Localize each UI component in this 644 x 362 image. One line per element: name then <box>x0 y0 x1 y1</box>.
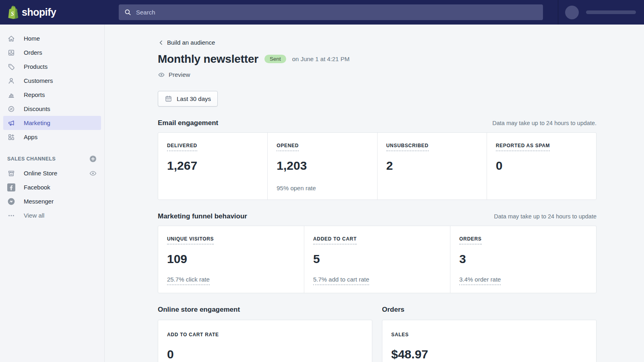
home-icon <box>7 35 15 43</box>
shopify-logo[interactable]: S shopify <box>6 0 56 25</box>
products-icon <box>7 63 15 71</box>
metric-label[interactable]: UNIQUE VISITORS <box>167 236 214 245</box>
metric-card-delivered: DELIVERED 1,267 <box>158 133 267 200</box>
metric-label[interactable]: REPORTED AS SPAM <box>496 143 550 151</box>
metric-label[interactable]: DELIVERED <box>167 143 197 151</box>
metric-label: ADD TO CART RATE <box>167 332 219 337</box>
ellipsis-icon <box>7 212 15 220</box>
metric-value: 1,203 <box>277 159 367 173</box>
sidebar-item-apps[interactable]: Apps <box>3 130 101 144</box>
sidebar-item-label: Marketing <box>24 119 50 126</box>
sidebar-item-label: View all <box>24 212 44 219</box>
marketing-icon <box>7 119 15 127</box>
metric-sub[interactable]: 3.4% order rate <box>459 276 501 285</box>
metric-label[interactable]: ADDED TO CART <box>313 236 357 245</box>
sidebar-item-label: Reports <box>24 91 45 98</box>
sidebar-item-products[interactable]: Products <box>3 60 101 74</box>
metric-label[interactable]: OPENED <box>277 143 299 151</box>
section-title: Online store engagement <box>158 306 372 314</box>
account-area <box>558 0 644 25</box>
date-range-button[interactable]: Last 30 days <box>158 91 218 107</box>
sidebar-item-online-store[interactable]: Online Store <box>3 166 101 180</box>
metric-card-opened: OPENED 1,203 95% open rate <box>267 133 377 200</box>
customers-icon <box>7 77 15 85</box>
orders-section: Orders SALES $48.97 <box>382 306 597 362</box>
section-title: Orders <box>382 306 597 314</box>
bottom-sections: Online store engagement ADD TO CART RATE… <box>158 306 597 362</box>
metric-value: 2 <box>386 159 477 173</box>
date-range-label: Last 30 days <box>177 95 211 102</box>
metric-card-sales: SALES $48.97 <box>382 320 597 362</box>
metric-card-added-to-cart: ADDED TO CART 5 5.7% add to cart rate <box>304 226 450 293</box>
search-icon <box>124 8 132 16</box>
sidebar-item-view-all[interactable]: View all <box>3 208 101 222</box>
breadcrumb[interactable]: Build an audience <box>158 39 215 46</box>
avatar[interactable] <box>565 6 579 19</box>
sidebar-item-label: Orders <box>24 49 42 56</box>
sidebar-item-facebook[interactable]: Facebook <box>3 180 101 194</box>
sidebar-item-orders[interactable]: Orders <box>3 45 101 60</box>
email-engagement-panel: DELIVERED 1,267 OPENED 1,203 95% open ra… <box>158 132 597 200</box>
shopify-wordmark: shopify <box>22 6 56 18</box>
main-content: Build an audience Monthly newsletter Sen… <box>105 25 644 362</box>
sidebar-item-label: Facebook <box>24 184 50 191</box>
preview-link[interactable]: Preview <box>158 71 190 78</box>
preview-label: Preview <box>169 71 190 78</box>
metric-value: 1,267 <box>167 159 258 173</box>
svg-text:S: S <box>11 11 14 17</box>
metric-card-unique-visitors: UNIQUE VISITORS 109 25.7% click rate <box>158 226 304 293</box>
breadcrumb-label: Build an audience <box>167 39 215 46</box>
sales-channels-header: SALES CHANNELS <box>7 155 97 163</box>
sidebar-item-discounts[interactable]: Discounts <box>3 102 101 116</box>
metric-card-add-to-cart-rate: ADD TO CART RATE 0 <box>158 320 372 362</box>
reports-icon <box>7 91 15 99</box>
metric-label: SALES <box>391 332 409 337</box>
sidebar-item-customers[interactable]: Customers <box>3 74 101 88</box>
metric-label[interactable]: ORDERS <box>459 236 482 245</box>
facebook-icon <box>7 183 15 191</box>
sidebar-item-label: Home <box>24 35 40 42</box>
apps-icon <box>7 133 15 141</box>
sidebar-item-home[interactable]: Home <box>3 31 101 45</box>
sidebar-item-label: Customers <box>24 77 53 84</box>
metric-sub[interactable]: 25.7% click rate <box>167 276 210 285</box>
messenger-icon <box>7 197 15 206</box>
metric-label[interactable]: UNSUBSCRIBED <box>386 143 429 151</box>
section-note: Data may take up to 24 hours to update <box>494 213 597 220</box>
page-title: Monthly newsletter <box>158 53 258 66</box>
title-row: Monthly newsletter Sent on June 1 at 4:2… <box>158 53 597 66</box>
sent-timestamp: on June 1 at 4:21 PM <box>292 56 350 62</box>
section-title: Marketing funnel behaviour <box>158 212 247 220</box>
chevron-left-icon <box>158 39 164 46</box>
add-sales-channel-button[interactable] <box>89 155 97 163</box>
metric-value: $48.97 <box>391 348 586 361</box>
metric-value: 0 <box>496 159 586 173</box>
metric-card-unsubscribed: UNSUBSCRIBED 2 <box>377 133 487 200</box>
sidebar-item-label: Online Store <box>24 170 57 177</box>
sidebar-item-label: Discounts <box>24 105 50 112</box>
sidebar-item-reports[interactable]: Reports <box>3 88 101 102</box>
sidebar: Home Orders Products <box>0 25 105 362</box>
search-input[interactable] <box>136 9 538 16</box>
metric-sub: 95% open rate <box>277 185 316 192</box>
status-badge: Sent <box>264 55 286 63</box>
view-online-store-eye-icon[interactable] <box>89 169 97 177</box>
top-bar: S shopify <box>0 0 644 25</box>
section-title: Email engagement <box>158 119 218 127</box>
global-search[interactable] <box>119 4 543 20</box>
orders-icon <box>7 49 15 57</box>
account-name-placeholder[interactable] <box>586 10 636 14</box>
online-store-engagement-section: Online store engagement ADD TO CART RATE… <box>158 306 372 362</box>
sidebar-item-marketing[interactable]: Marketing <box>3 116 101 130</box>
discounts-icon <box>7 105 15 113</box>
sidebar-item-messenger[interactable]: Messenger <box>3 194 101 208</box>
section-note: Data may take up to 24 hours to update. <box>492 120 597 126</box>
funnel-panel: UNIQUE VISITORS 109 25.7% click rate ADD… <box>158 226 597 293</box>
shopify-bag-icon: S <box>6 5 19 19</box>
sidebar-item-label: Messenger <box>24 198 54 205</box>
metric-value: 5 <box>313 252 440 266</box>
metric-sub[interactable]: 5.7% add to cart rate <box>313 276 369 285</box>
metric-value: 3 <box>459 252 586 266</box>
calendar-icon <box>165 95 172 103</box>
metric-card-orders: ORDERS 3 3.4% order rate <box>450 226 596 293</box>
